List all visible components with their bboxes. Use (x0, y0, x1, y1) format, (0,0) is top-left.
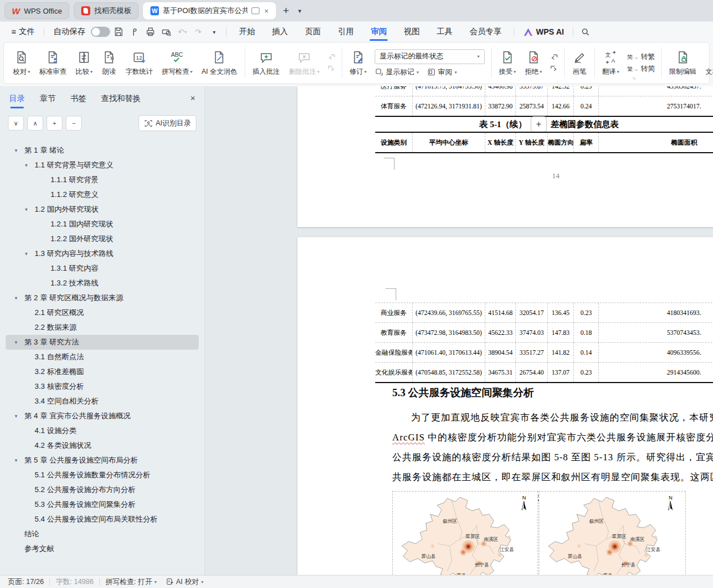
quickbar-more-icon[interactable]: ▾ (207, 24, 221, 39)
track-changes-button[interactable]: 修订▾ (345, 50, 371, 77)
tab-wps-home[interactable]: W WPS Office (5, 2, 69, 19)
toc-item[interactable]: ▾1.1 研究背景与研究意义 (6, 158, 199, 173)
toc-collapse-up-button[interactable]: ∧ (27, 116, 43, 131)
expand-triangle-icon[interactable]: ▾ (25, 162, 31, 168)
toc-item[interactable]: ▾1.2 国内外研究现状 (6, 202, 199, 217)
toc-item[interactable]: ▾第 5 章 公共服务设施空间布局分析 (6, 453, 199, 468)
document-encrypt-button[interactable]: 文档加密 (701, 50, 713, 77)
toc-item[interactable]: 5.1 公共服务设施数量分布情况分析 (6, 468, 199, 482)
menu-tab-review[interactable]: 审阅 (363, 22, 395, 42)
word-count-button[interactable]: 12 字数统计 (121, 50, 157, 77)
toc-item[interactable]: 2.1 研究区概况 (6, 305, 199, 320)
toc-item[interactable]: 3.3 核密度分析 (6, 379, 199, 394)
spell-check-button[interactable]: ABC 拼写检查▾ (157, 50, 197, 77)
sidebar-close-icon[interactable]: × (190, 93, 195, 103)
toc-zoom-in-button[interactable]: + (47, 116, 62, 131)
toc-item[interactable]: 2.2 数据来源 (6, 320, 199, 335)
expand-triangle-icon[interactable]: ▾ (25, 207, 31, 212)
present-mode-icon[interactable] (251, 7, 259, 14)
redo-icon[interactable]: ↷ (191, 24, 205, 39)
tab-list-dropdown-icon[interactable]: ▾ (296, 7, 304, 15)
ai-polish-button[interactable]: AI 全文润色 (197, 50, 242, 77)
ai-recognize-toc-button[interactable]: AI识别目录 (139, 115, 196, 131)
toc-zoom-out-button[interactable]: − (66, 116, 82, 131)
autosave-toggle[interactable] (91, 27, 110, 37)
review-pane-button[interactable]: 审阅▾ (427, 68, 457, 77)
new-tab-button[interactable]: + (280, 5, 291, 17)
expand-triangle-icon[interactable]: ▾ (25, 251, 31, 257)
print-icon[interactable] (143, 24, 158, 39)
menu-tab-home[interactable]: 开始 (231, 22, 263, 42)
table-plus-button[interactable]: + (531, 116, 547, 132)
reject-revision-button[interactable]: 拒绝▾ (521, 50, 547, 77)
export-pdf-icon[interactable] (127, 24, 142, 39)
ai-proofread-status[interactable]: A AI 校对▾ (166, 577, 203, 587)
expand-triangle-icon[interactable]: ▾ (15, 413, 20, 419)
to-simplified-button[interactable]: 繁→ 转简 (627, 64, 655, 74)
next-comment-icon[interactable] (326, 65, 337, 73)
expand-triangle-icon[interactable]: ▾ (15, 457, 20, 463)
undo-icon[interactable]: ↶▾ (175, 24, 190, 39)
tab-docer-templates[interactable]: 找稻壳模板 (74, 2, 139, 19)
previous-comment-icon[interactable] (326, 53, 337, 61)
print-preview-icon[interactable] (159, 24, 174, 39)
menu-tab-tools[interactable]: 工具 (429, 22, 460, 42)
toc-item[interactable]: ▾第 4 章 宜宾市公共服务设施概况 (6, 409, 199, 423)
toc-item[interactable]: 1.2.2 国外研究现状 (6, 232, 199, 246)
toc-item[interactable]: 3.4 空间自相关分析 (6, 394, 199, 409)
accept-revision-button[interactable]: 接受▾ (494, 50, 521, 77)
menu-tab-member[interactable]: 会员专享 (462, 22, 509, 42)
show-markup-button[interactable]: 显示标记▾ (375, 68, 419, 77)
ink-brush-button[interactable]: 画笔 (568, 50, 592, 77)
toc-item[interactable]: 1.1.1 研究背景 (6, 173, 199, 187)
spellcheck-status[interactable]: 拼写检查: 打开▾ (106, 577, 157, 587)
dialog-launcher-icon[interactable]: → (631, 73, 639, 82)
toc-item[interactable]: 3.2 标准差椭圆 (6, 364, 199, 379)
sidebar-tab-find-replace[interactable]: 查找和替换 (101, 94, 141, 108)
translate-button[interactable]: 文 A 翻译▾ (598, 50, 624, 77)
toc-item[interactable]: 1.2.1 国内研究现状 (6, 217, 199, 232)
compare-button[interactable]: 比较▾ (71, 50, 97, 77)
toc-item[interactable]: 5.2 公共服务设施分布方向分析 (6, 482, 199, 497)
menu-tab-reference[interactable]: 引用 (330, 22, 362, 42)
menu-tab-view[interactable]: 视图 (396, 22, 427, 42)
restrict-editing-button[interactable]: 限制编辑 (665, 50, 701, 77)
expand-triangle-icon[interactable]: ▾ (15, 295, 20, 301)
sidebar-tab-bookmarks[interactable]: 书签 (70, 94, 86, 108)
search-icon[interactable] (578, 24, 593, 39)
to-traditional-button[interactable]: 简→ 转繁 (627, 52, 655, 62)
next-revision-icon[interactable] (549, 65, 559, 73)
toc-item[interactable]: 4.1 设施分类 (6, 423, 199, 438)
expand-triangle-icon[interactable]: ▾ (15, 339, 20, 345)
menu-tab-page[interactable]: 页面 (297, 22, 329, 42)
markup-state-select[interactable]: 显示标记的最终状态▾ (375, 49, 485, 64)
sidebar-tab-chapters[interactable]: 章节 (40, 94, 56, 108)
toc-item[interactable]: 1.3.1 研究内容 (6, 261, 199, 276)
save-icon[interactable] (111, 24, 126, 39)
toc-item[interactable]: ▾第 3 章 研究方法 (6, 335, 199, 350)
page-indicator[interactable]: 页面: 17/26 (8, 577, 44, 587)
toc-item[interactable]: 3.1 自然断点法 (6, 350, 199, 364)
toc-item[interactable]: 5.4 公共服务设施空间布局关联性分析 (6, 512, 199, 527)
toc-item[interactable]: 5.3 公共服务设施空间聚集分析 (6, 497, 199, 512)
menu-tab-insert[interactable]: 插入 (264, 22, 296, 42)
toc-item[interactable]: ▾1.3 研究内容与技术路线 (6, 246, 199, 261)
word-count-indicator[interactable]: 字数: 14986 (56, 577, 94, 587)
close-tab-icon[interactable]: × (265, 7, 269, 15)
tab-active-document[interactable]: W 基于POI数据的宜宾市公共服 × (143, 2, 276, 19)
read-aloud-button[interactable]: 朗读 (97, 50, 121, 77)
toc-item[interactable]: 结论 (6, 527, 199, 541)
toc-expand-down-button[interactable]: ∨ (8, 116, 24, 131)
file-menu[interactable]: ≡ 文件 (7, 27, 39, 37)
toc-item[interactable]: 参考文献 (6, 541, 199, 556)
previous-revision-icon[interactable] (549, 53, 559, 61)
insert-comment-button[interactable]: 插入批注 (248, 50, 284, 77)
standard-review-button[interactable]: 标准审查 (35, 50, 71, 77)
toc-item[interactable]: ▾第 2 章 研究区概况与数据来源 (6, 291, 199, 305)
toc-item[interactable]: 1.1.2 研究意义 (6, 187, 199, 202)
delete-comment-button[interactable]: 删除批注▾ (284, 50, 324, 77)
proofread-button[interactable]: 校对▾ (9, 50, 35, 77)
sidebar-tab-toc[interactable]: 目录 (9, 94, 25, 108)
toc-item[interactable]: 4.2 各类设施状况 (6, 438, 199, 453)
expand-triangle-icon[interactable]: ▾ (15, 148, 20, 153)
